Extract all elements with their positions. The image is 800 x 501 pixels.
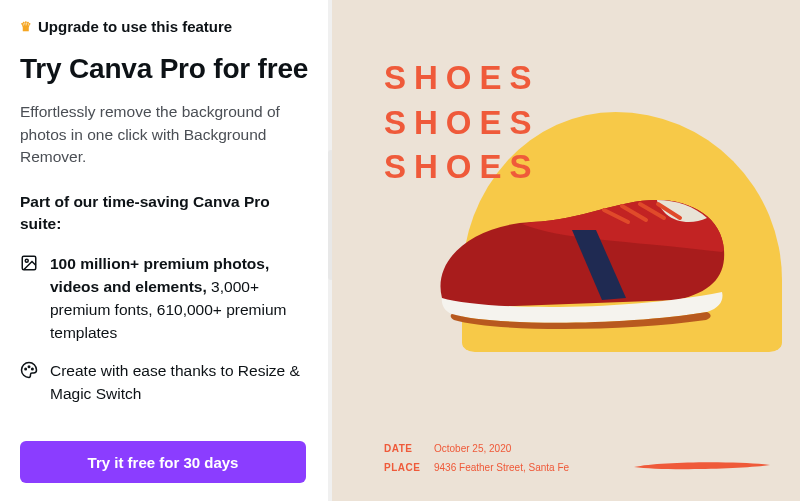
date-label: DATE <box>384 439 420 458</box>
feature-text: 100 million+ premium photos, videos and … <box>50 252 310 345</box>
brush-stroke[interactable] <box>632 459 772 471</box>
design-canvas[interactable]: SHOES SHOES SHOES DATE October 25, 2020 … <box>332 0 800 501</box>
image-icon <box>20 254 38 345</box>
svg-point-3 <box>28 365 30 367</box>
suite-intro: Part of our time-saving Canva Pro suite: <box>20 191 310 236</box>
svg-point-2 <box>25 368 27 370</box>
date-value: October 25, 2020 <box>434 439 511 458</box>
upgrade-banner-text: Upgrade to use this feature <box>38 18 232 35</box>
feature-item: 100 million+ premium photos, videos and … <box>20 252 310 345</box>
shoe-image[interactable] <box>422 180 732 330</box>
panel-description: Effortlessly remove the background of ph… <box>20 101 310 168</box>
headline-text[interactable]: SHOES SHOES SHOES <box>384 56 540 190</box>
upgrade-panel: ♛ Upgrade to use this feature Try Canva … <box>0 0 332 501</box>
place-label: PLACE <box>384 458 420 477</box>
feature-text: Create with ease thanks to Resize & Magi… <box>50 359 310 406</box>
palette-icon <box>20 361 38 406</box>
feature-item: Create with ease thanks to Resize & Magi… <box>20 359 310 406</box>
try-free-button[interactable]: Try it free for 30 days <box>20 441 306 483</box>
svg-point-4 <box>32 368 34 370</box>
svg-point-1 <box>25 259 28 262</box>
panel-title: Try Canva Pro for free <box>20 53 310 85</box>
crown-icon: ♛ <box>20 20 32 33</box>
place-value: 9436 Feather Street, Santa Fe <box>434 458 569 477</box>
feature-list: 100 million+ premium photos, videos and … <box>20 252 310 406</box>
design-footer[interactable]: DATE October 25, 2020 PLACE 9436 Feather… <box>384 439 569 477</box>
upgrade-banner: ♛ Upgrade to use this feature <box>20 18 310 35</box>
